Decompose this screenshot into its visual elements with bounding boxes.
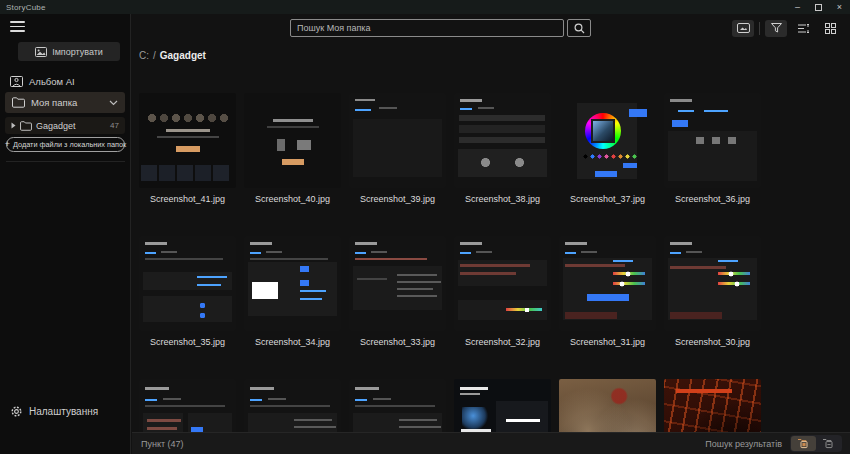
window-controls: – × xyxy=(787,0,850,14)
thumbnail[interactable] xyxy=(454,379,551,432)
titlebar: StoryCube – × xyxy=(0,0,850,14)
thumbnail[interactable] xyxy=(349,93,446,188)
sidebar-item-ai-album[interactable]: Альбом AI xyxy=(10,72,122,90)
thumbnail[interactable] xyxy=(664,93,761,188)
grid-view-button[interactable] xyxy=(819,20,841,37)
import-button[interactable]: Імпортувати xyxy=(18,42,120,61)
grid-item[interactable]: Screenshot_39.jpg xyxy=(349,93,446,236)
grid-item[interactable]: Screenshot_35.jpg xyxy=(139,236,236,379)
thumbnail[interactable] xyxy=(139,93,236,188)
grid-icon xyxy=(825,23,836,34)
grid-item[interactable] xyxy=(244,379,341,432)
thumbnail[interactable] xyxy=(349,379,446,432)
breadcrumb-drive[interactable]: C: xyxy=(139,50,149,61)
folder-icon xyxy=(12,97,25,108)
file-name: Screenshot_36.jpg xyxy=(675,194,750,204)
sort-lines-icon xyxy=(797,23,810,34)
search-bar xyxy=(290,19,591,37)
sidebar-divider xyxy=(6,161,125,162)
breadcrumb-separator: / xyxy=(153,50,156,61)
album-icon xyxy=(10,76,23,87)
thumbnail[interactable] xyxy=(139,236,236,331)
grid-item[interactable] xyxy=(139,379,236,432)
grid-item[interactable]: Screenshot_41.jpg xyxy=(139,93,236,236)
thumbnail[interactable] xyxy=(664,236,761,331)
file-name: Screenshot_35.jpg xyxy=(150,337,225,347)
folder-count-badge: 47 xyxy=(110,121,119,130)
gear-icon xyxy=(10,405,23,418)
grid-item[interactable]: Screenshot_31.jpg xyxy=(559,236,656,379)
grid-item[interactable]: Screenshot_38.jpg xyxy=(454,93,551,236)
thumbnail[interactable] xyxy=(664,379,761,432)
folder-tree-icon xyxy=(797,438,810,449)
funnel-icon xyxy=(771,23,782,33)
search-input[interactable] xyxy=(290,19,564,37)
add-local-files-button[interactable]: + Додати файли з локальних папок xyxy=(6,137,125,152)
breadcrumb: C: / Gagadget xyxy=(139,50,206,61)
grid-item[interactable] xyxy=(559,379,656,432)
toolbar xyxy=(732,19,841,37)
thumbnail[interactable] xyxy=(244,236,341,331)
file-name: Screenshot_40.jpg xyxy=(255,194,330,204)
sidebar-item-label: Gagadget xyxy=(36,121,76,131)
file-name: Screenshot_39.jpg xyxy=(360,194,435,204)
sidebar-item-label: Моя папка xyxy=(31,97,77,108)
preview-button[interactable] xyxy=(732,20,754,37)
sidebar-item-label: Альбом AI xyxy=(29,76,75,87)
thumbnail[interactable] xyxy=(349,236,446,331)
settings-label: Налаштування xyxy=(29,406,98,417)
plus-icon: + xyxy=(5,140,10,149)
thumbnail[interactable] xyxy=(559,93,656,188)
grid-item[interactable]: Screenshot_40.jpg xyxy=(244,93,341,236)
close-button[interactable]: × xyxy=(829,0,850,14)
thumbnail[interactable] xyxy=(559,236,656,331)
grid-item[interactable]: Screenshot_36.jpg xyxy=(664,93,761,236)
sidebar-item-my-folder[interactable]: Моя папка xyxy=(5,92,125,113)
flat-view-toggle[interactable] xyxy=(816,436,841,451)
view-toggle-group xyxy=(790,435,842,452)
filter-button[interactable] xyxy=(765,20,787,37)
hamburger-menu-icon[interactable] xyxy=(10,21,25,32)
breadcrumb-folder[interactable]: Gagadget xyxy=(160,50,206,61)
maximize-icon xyxy=(815,4,822,11)
statusbar: Пункт (47) Пошук результатів xyxy=(132,432,850,454)
file-name: Screenshot_32.jpg xyxy=(465,337,540,347)
thumbnail[interactable] xyxy=(454,236,551,331)
grid-item[interactable] xyxy=(454,379,551,432)
thumbnail[interactable] xyxy=(559,379,656,432)
thumbnail[interactable] xyxy=(244,93,341,188)
item-count-label: Пункт (47) xyxy=(132,439,184,449)
grid-item[interactable]: Screenshot_33.jpg xyxy=(349,236,446,379)
grid-item[interactable]: Screenshot_34.jpg xyxy=(244,236,341,379)
sidebar: Імпортувати Альбом AI Моя папка Ga xyxy=(0,14,131,454)
minimize-button[interactable]: – xyxy=(787,0,808,14)
file-name: Screenshot_34.jpg xyxy=(255,337,330,347)
sidebar-item-gagadget[interactable]: Gagadget 47 xyxy=(5,117,125,134)
import-label: Імпортувати xyxy=(52,47,103,57)
expand-arrow-icon[interactable] xyxy=(11,122,16,129)
grid: Screenshot_41.jpgScreenshot_40.jpgScreen… xyxy=(139,93,844,432)
file-name: Screenshot_37.jpg xyxy=(570,194,645,204)
sidebar-item-settings[interactable]: Налаштування xyxy=(10,402,122,420)
thumbnail[interactable] xyxy=(454,93,551,188)
import-image-icon xyxy=(35,47,47,57)
chevron-down-icon[interactable] xyxy=(109,100,118,106)
file-name: Screenshot_38.jpg xyxy=(465,194,540,204)
grid-item[interactable]: Screenshot_30.jpg xyxy=(664,236,761,379)
grid-item[interactable]: Screenshot_32.jpg xyxy=(454,236,551,379)
file-name: Screenshot_41.jpg xyxy=(150,194,225,204)
grid-item[interactable] xyxy=(664,379,761,432)
sort-button[interactable] xyxy=(792,20,814,37)
file-name: Screenshot_31.jpg xyxy=(570,337,645,347)
folder-icon xyxy=(20,121,32,131)
grid-item[interactable]: Screenshot_37.jpg xyxy=(559,93,656,236)
search-button[interactable] xyxy=(567,19,591,37)
search-icon xyxy=(574,23,585,34)
app-title: StoryCube xyxy=(0,3,46,12)
maximize-button[interactable] xyxy=(808,0,829,14)
thumbnail[interactable] xyxy=(244,379,341,432)
folder-tree-view-toggle[interactable] xyxy=(791,436,816,451)
main-area: C: / Gagadget Screenshot_41.jpgScreensho… xyxy=(132,14,850,454)
thumbnail[interactable] xyxy=(139,379,236,432)
grid-item[interactable] xyxy=(349,379,446,432)
